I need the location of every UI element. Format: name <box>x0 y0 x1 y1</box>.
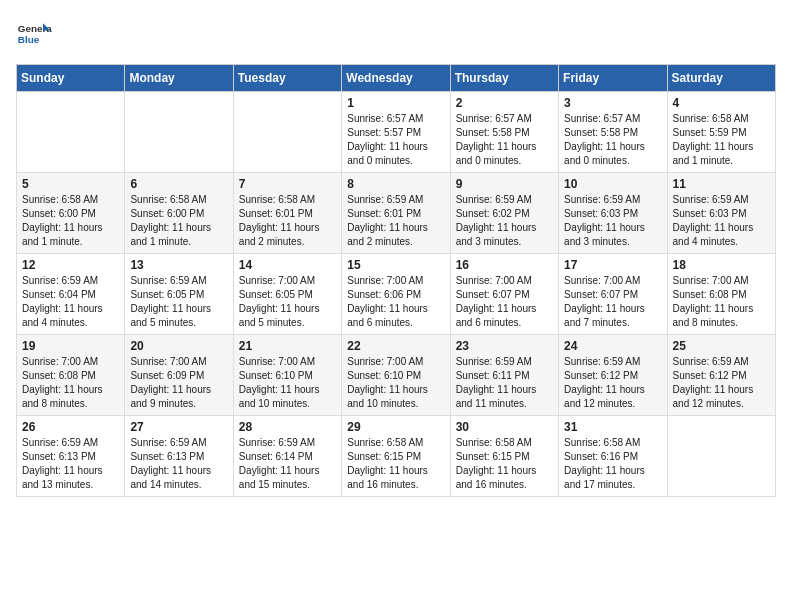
calendar-cell: 14Sunrise: 7:00 AM Sunset: 6:05 PM Dayli… <box>233 254 341 335</box>
calendar-cell: 9Sunrise: 6:59 AM Sunset: 6:02 PM Daylig… <box>450 173 558 254</box>
calendar-cell: 21Sunrise: 7:00 AM Sunset: 6:10 PM Dayli… <box>233 335 341 416</box>
calendar-cell: 28Sunrise: 6:59 AM Sunset: 6:14 PM Dayli… <box>233 416 341 497</box>
calendar-body: 1Sunrise: 6:57 AM Sunset: 5:57 PM Daylig… <box>17 92 776 497</box>
day-info: Sunrise: 6:58 AM Sunset: 6:15 PM Dayligh… <box>347 436 444 492</box>
svg-text:Blue: Blue <box>18 34 40 45</box>
weekday-sunday: Sunday <box>17 65 125 92</box>
logo-icon: General Blue <box>16 16 52 52</box>
day-info: Sunrise: 7:00 AM Sunset: 6:07 PM Dayligh… <box>456 274 553 330</box>
calendar-cell: 4Sunrise: 6:58 AM Sunset: 5:59 PM Daylig… <box>667 92 775 173</box>
day-info: Sunrise: 7:00 AM Sunset: 6:10 PM Dayligh… <box>239 355 336 411</box>
weekday-tuesday: Tuesday <box>233 65 341 92</box>
day-info: Sunrise: 6:58 AM Sunset: 6:01 PM Dayligh… <box>239 193 336 249</box>
calendar-cell: 11Sunrise: 6:59 AM Sunset: 6:03 PM Dayli… <box>667 173 775 254</box>
day-number: 7 <box>239 177 336 191</box>
calendar-cell: 17Sunrise: 7:00 AM Sunset: 6:07 PM Dayli… <box>559 254 667 335</box>
calendar-cell: 19Sunrise: 7:00 AM Sunset: 6:08 PM Dayli… <box>17 335 125 416</box>
calendar-week-5: 26Sunrise: 6:59 AM Sunset: 6:13 PM Dayli… <box>17 416 776 497</box>
day-info: Sunrise: 6:59 AM Sunset: 6:14 PM Dayligh… <box>239 436 336 492</box>
day-number: 8 <box>347 177 444 191</box>
calendar-week-1: 1Sunrise: 6:57 AM Sunset: 5:57 PM Daylig… <box>17 92 776 173</box>
day-info: Sunrise: 6:59 AM Sunset: 6:03 PM Dayligh… <box>673 193 770 249</box>
day-number: 3 <box>564 96 661 110</box>
weekday-friday: Friday <box>559 65 667 92</box>
calendar-cell <box>17 92 125 173</box>
day-number: 13 <box>130 258 227 272</box>
day-info: Sunrise: 7:00 AM Sunset: 6:08 PM Dayligh… <box>22 355 119 411</box>
day-number: 26 <box>22 420 119 434</box>
day-info: Sunrise: 6:59 AM Sunset: 6:11 PM Dayligh… <box>456 355 553 411</box>
calendar-week-3: 12Sunrise: 6:59 AM Sunset: 6:04 PM Dayli… <box>17 254 776 335</box>
calendar-week-2: 5Sunrise: 6:58 AM Sunset: 6:00 PM Daylig… <box>17 173 776 254</box>
weekday-saturday: Saturday <box>667 65 775 92</box>
calendar-cell: 25Sunrise: 6:59 AM Sunset: 6:12 PM Dayli… <box>667 335 775 416</box>
weekday-wednesday: Wednesday <box>342 65 450 92</box>
calendar-cell: 22Sunrise: 7:00 AM Sunset: 6:10 PM Dayli… <box>342 335 450 416</box>
day-info: Sunrise: 6:59 AM Sunset: 6:12 PM Dayligh… <box>564 355 661 411</box>
day-info: Sunrise: 7:00 AM Sunset: 6:07 PM Dayligh… <box>564 274 661 330</box>
day-info: Sunrise: 6:59 AM Sunset: 6:13 PM Dayligh… <box>22 436 119 492</box>
day-number: 14 <box>239 258 336 272</box>
calendar-cell: 12Sunrise: 6:59 AM Sunset: 6:04 PM Dayli… <box>17 254 125 335</box>
day-number: 12 <box>22 258 119 272</box>
calendar-cell: 24Sunrise: 6:59 AM Sunset: 6:12 PM Dayli… <box>559 335 667 416</box>
day-number: 21 <box>239 339 336 353</box>
calendar-cell: 16Sunrise: 7:00 AM Sunset: 6:07 PM Dayli… <box>450 254 558 335</box>
day-number: 23 <box>456 339 553 353</box>
day-info: Sunrise: 7:00 AM Sunset: 6:06 PM Dayligh… <box>347 274 444 330</box>
day-number: 20 <box>130 339 227 353</box>
day-number: 16 <box>456 258 553 272</box>
day-number: 29 <box>347 420 444 434</box>
calendar-cell <box>125 92 233 173</box>
day-number: 28 <box>239 420 336 434</box>
day-info: Sunrise: 6:59 AM Sunset: 6:03 PM Dayligh… <box>564 193 661 249</box>
calendar-cell: 31Sunrise: 6:58 AM Sunset: 6:16 PM Dayli… <box>559 416 667 497</box>
day-number: 4 <box>673 96 770 110</box>
calendar-cell <box>667 416 775 497</box>
day-info: Sunrise: 6:57 AM Sunset: 5:58 PM Dayligh… <box>456 112 553 168</box>
logo: General Blue <box>16 16 52 52</box>
calendar-cell: 5Sunrise: 6:58 AM Sunset: 6:00 PM Daylig… <box>17 173 125 254</box>
page-header: General Blue <box>16 16 776 52</box>
day-number: 2 <box>456 96 553 110</box>
calendar-cell: 10Sunrise: 6:59 AM Sunset: 6:03 PM Dayli… <box>559 173 667 254</box>
day-number: 17 <box>564 258 661 272</box>
day-number: 11 <box>673 177 770 191</box>
calendar-cell: 18Sunrise: 7:00 AM Sunset: 6:08 PM Dayli… <box>667 254 775 335</box>
day-number: 6 <box>130 177 227 191</box>
weekday-thursday: Thursday <box>450 65 558 92</box>
day-info: Sunrise: 6:59 AM Sunset: 6:02 PM Dayligh… <box>456 193 553 249</box>
calendar-cell: 20Sunrise: 7:00 AM Sunset: 6:09 PM Dayli… <box>125 335 233 416</box>
day-number: 25 <box>673 339 770 353</box>
day-number: 15 <box>347 258 444 272</box>
day-number: 19 <box>22 339 119 353</box>
calendar-cell: 8Sunrise: 6:59 AM Sunset: 6:01 PM Daylig… <box>342 173 450 254</box>
day-number: 30 <box>456 420 553 434</box>
calendar-cell: 30Sunrise: 6:58 AM Sunset: 6:15 PM Dayli… <box>450 416 558 497</box>
day-info: Sunrise: 7:00 AM Sunset: 6:05 PM Dayligh… <box>239 274 336 330</box>
day-number: 10 <box>564 177 661 191</box>
calendar-week-4: 19Sunrise: 7:00 AM Sunset: 6:08 PM Dayli… <box>17 335 776 416</box>
day-number: 18 <box>673 258 770 272</box>
day-number: 5 <box>22 177 119 191</box>
weekday-header-row: SundayMondayTuesdayWednesdayThursdayFrid… <box>17 65 776 92</box>
day-info: Sunrise: 6:59 AM Sunset: 6:13 PM Dayligh… <box>130 436 227 492</box>
day-number: 31 <box>564 420 661 434</box>
calendar-cell: 13Sunrise: 6:59 AM Sunset: 6:05 PM Dayli… <box>125 254 233 335</box>
day-info: Sunrise: 6:59 AM Sunset: 6:05 PM Dayligh… <box>130 274 227 330</box>
day-info: Sunrise: 6:59 AM Sunset: 6:12 PM Dayligh… <box>673 355 770 411</box>
day-number: 27 <box>130 420 227 434</box>
day-info: Sunrise: 6:58 AM Sunset: 6:00 PM Dayligh… <box>22 193 119 249</box>
calendar-cell: 7Sunrise: 6:58 AM Sunset: 6:01 PM Daylig… <box>233 173 341 254</box>
calendar-cell: 2Sunrise: 6:57 AM Sunset: 5:58 PM Daylig… <box>450 92 558 173</box>
weekday-monday: Monday <box>125 65 233 92</box>
day-info: Sunrise: 6:58 AM Sunset: 5:59 PM Dayligh… <box>673 112 770 168</box>
day-info: Sunrise: 6:58 AM Sunset: 6:15 PM Dayligh… <box>456 436 553 492</box>
day-info: Sunrise: 7:00 AM Sunset: 6:09 PM Dayligh… <box>130 355 227 411</box>
calendar-cell: 15Sunrise: 7:00 AM Sunset: 6:06 PM Dayli… <box>342 254 450 335</box>
day-info: Sunrise: 6:57 AM Sunset: 5:58 PM Dayligh… <box>564 112 661 168</box>
day-number: 24 <box>564 339 661 353</box>
calendar-cell: 27Sunrise: 6:59 AM Sunset: 6:13 PM Dayli… <box>125 416 233 497</box>
calendar-cell: 3Sunrise: 6:57 AM Sunset: 5:58 PM Daylig… <box>559 92 667 173</box>
calendar-cell: 6Sunrise: 6:58 AM Sunset: 6:00 PM Daylig… <box>125 173 233 254</box>
